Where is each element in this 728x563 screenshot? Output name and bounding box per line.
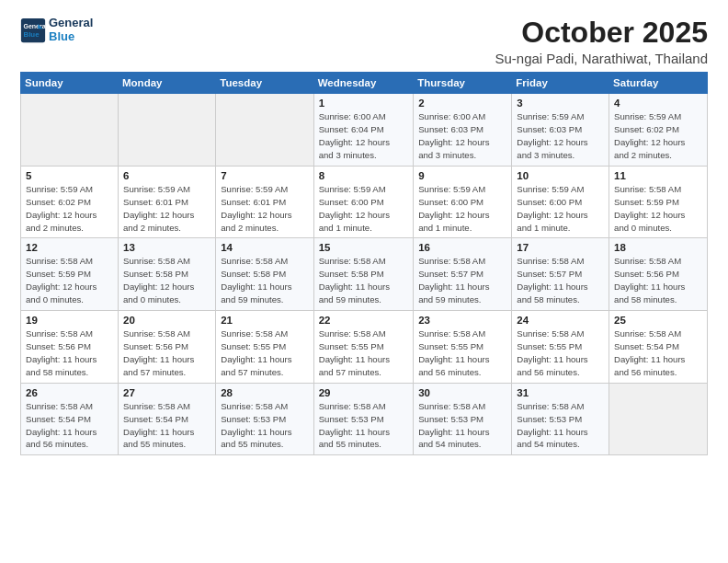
calendar-week-row: 5Sunrise: 5:59 AM Sunset: 6:02 PM Daylig…: [21, 166, 708, 238]
day-info: Sunrise: 5:58 AM Sunset: 5:55 PM Dayligh…: [221, 327, 308, 379]
header: General Blue General Blue October 2025 S…: [20, 17, 708, 66]
day-number: 23: [418, 315, 506, 326]
table-row: 4Sunrise: 5:59 AM Sunset: 6:02 PM Daylig…: [609, 94, 708, 167]
table-row: 7Sunrise: 5:59 AM Sunset: 6:01 PM Daylig…: [216, 166, 313, 238]
day-info: Sunrise: 5:59 AM Sunset: 6:02 PM Dayligh…: [26, 183, 113, 235]
day-number: 17: [517, 242, 604, 253]
table-row: 16Sunrise: 5:58 AM Sunset: 5:57 PM Dayli…: [414, 238, 512, 311]
table-row: 30Sunrise: 5:58 AM Sunset: 5:53 PM Dayli…: [414, 383, 512, 455]
day-number: 9: [418, 170, 506, 181]
day-info: Sunrise: 5:59 AM Sunset: 6:01 PM Dayligh…: [221, 183, 308, 235]
table-row: 15Sunrise: 5:58 AM Sunset: 5:58 PM Dayli…: [313, 238, 413, 311]
day-number: 3: [517, 98, 604, 109]
page-title: October 2025: [495, 17, 708, 49]
day-info: Sunrise: 5:58 AM Sunset: 5:53 PM Dayligh…: [319, 400, 408, 452]
day-number: 8: [319, 170, 408, 181]
table-row: 22Sunrise: 5:58 AM Sunset: 5:55 PM Dayli…: [313, 311, 413, 384]
table-row: 12Sunrise: 5:58 AM Sunset: 5:59 PM Dayli…: [21, 238, 119, 311]
calendar-week-row: 1Sunrise: 6:00 AM Sunset: 6:04 PM Daylig…: [21, 94, 708, 167]
day-number: 5: [26, 170, 113, 181]
day-info: Sunrise: 5:59 AM Sunset: 6:03 PM Dayligh…: [517, 110, 604, 162]
day-info: Sunrise: 5:58 AM Sunset: 5:58 PM Dayligh…: [123, 255, 210, 306]
day-number: 30: [418, 387, 506, 398]
day-info: Sunrise: 5:58 AM Sunset: 5:59 PM Dayligh…: [614, 183, 702, 235]
day-number: 31: [517, 387, 604, 398]
table-row: [119, 94, 216, 167]
table-row: 28Sunrise: 5:58 AM Sunset: 5:53 PM Dayli…: [216, 383, 313, 455]
day-number: 20: [123, 315, 210, 326]
table-row: 21Sunrise: 5:58 AM Sunset: 5:55 PM Dayli…: [216, 311, 313, 384]
header-friday: Friday: [512, 73, 609, 94]
table-row: 20Sunrise: 5:58 AM Sunset: 5:56 PM Dayli…: [119, 311, 216, 384]
day-info: Sunrise: 6:00 AM Sunset: 6:04 PM Dayligh…: [319, 110, 408, 162]
day-number: 11: [614, 170, 702, 181]
day-number: 2: [418, 98, 506, 109]
day-number: 19: [26, 315, 113, 326]
day-number: 13: [123, 242, 210, 253]
table-row: 13Sunrise: 5:58 AM Sunset: 5:58 PM Dayli…: [119, 238, 216, 311]
table-row: 5Sunrise: 5:59 AM Sunset: 6:02 PM Daylig…: [21, 166, 119, 238]
table-row: 26Sunrise: 5:58 AM Sunset: 5:54 PM Dayli…: [21, 383, 119, 455]
day-info: Sunrise: 5:58 AM Sunset: 5:58 PM Dayligh…: [221, 255, 308, 306]
logo-line1: General: [49, 17, 93, 30]
table-row: 14Sunrise: 5:58 AM Sunset: 5:58 PM Dayli…: [216, 238, 313, 311]
day-number: 25: [614, 315, 702, 326]
calendar-week-row: 12Sunrise: 5:58 AM Sunset: 5:59 PM Dayli…: [21, 238, 708, 311]
calendar-header-row: Sunday Monday Tuesday Wednesday Thursday…: [21, 73, 708, 94]
table-row: 8Sunrise: 5:59 AM Sunset: 6:00 PM Daylig…: [313, 166, 413, 238]
table-row: 31Sunrise: 5:58 AM Sunset: 5:53 PM Dayli…: [512, 383, 609, 455]
day-number: 22: [319, 315, 408, 326]
logo-icon: General Blue: [20, 17, 46, 43]
table-row: 27Sunrise: 5:58 AM Sunset: 5:54 PM Dayli…: [119, 383, 216, 455]
calendar-table: Sunday Monday Tuesday Wednesday Thursday…: [20, 72, 708, 455]
day-number: 29: [319, 387, 408, 398]
day-info: Sunrise: 5:59 AM Sunset: 6:00 PM Dayligh…: [517, 183, 604, 235]
day-info: Sunrise: 5:58 AM Sunset: 5:53 PM Dayligh…: [221, 400, 308, 452]
header-tuesday: Tuesday: [216, 73, 313, 94]
day-info: Sunrise: 5:58 AM Sunset: 5:56 PM Dayligh…: [123, 327, 210, 379]
table-row: 1Sunrise: 6:00 AM Sunset: 6:04 PM Daylig…: [313, 94, 413, 167]
day-info: Sunrise: 5:58 AM Sunset: 5:57 PM Dayligh…: [517, 255, 604, 306]
header-sunday: Sunday: [21, 73, 119, 94]
day-info: Sunrise: 5:58 AM Sunset: 5:54 PM Dayligh…: [26, 400, 113, 452]
table-row: [609, 383, 708, 455]
day-number: 1: [319, 98, 408, 109]
page: General Blue General Blue October 2025 S…: [0, 0, 728, 563]
day-info: Sunrise: 5:58 AM Sunset: 5:59 PM Dayligh…: [26, 255, 113, 306]
logo: General Blue General Blue: [20, 17, 93, 44]
table-row: 29Sunrise: 5:58 AM Sunset: 5:53 PM Dayli…: [313, 383, 413, 455]
day-info: Sunrise: 5:59 AM Sunset: 6:00 PM Dayligh…: [418, 183, 506, 235]
table-row: 10Sunrise: 5:59 AM Sunset: 6:00 PM Dayli…: [512, 166, 609, 238]
day-info: Sunrise: 5:58 AM Sunset: 5:56 PM Dayligh…: [614, 255, 702, 306]
svg-text:Blue: Blue: [24, 30, 40, 39]
day-number: 14: [221, 242, 308, 253]
table-row: 18Sunrise: 5:58 AM Sunset: 5:56 PM Dayli…: [609, 238, 708, 311]
table-row: 3Sunrise: 5:59 AM Sunset: 6:03 PM Daylig…: [512, 94, 609, 167]
day-number: 18: [614, 242, 702, 253]
header-wednesday: Wednesday: [313, 73, 413, 94]
table-row: [21, 94, 119, 167]
day-info: Sunrise: 5:58 AM Sunset: 5:56 PM Dayligh…: [26, 327, 113, 379]
header-saturday: Saturday: [609, 73, 708, 94]
day-number: 21: [221, 315, 308, 326]
day-info: Sunrise: 5:59 AM Sunset: 6:00 PM Dayligh…: [319, 183, 408, 235]
header-monday: Monday: [119, 73, 216, 94]
day-number: 27: [123, 387, 210, 398]
day-info: Sunrise: 5:58 AM Sunset: 5:53 PM Dayligh…: [418, 400, 506, 452]
table-row: [216, 94, 313, 167]
calendar-week-row: 19Sunrise: 5:58 AM Sunset: 5:56 PM Dayli…: [21, 311, 708, 384]
day-info: Sunrise: 5:58 AM Sunset: 5:55 PM Dayligh…: [319, 327, 408, 379]
day-number: 28: [221, 387, 308, 398]
day-number: 6: [123, 170, 210, 181]
table-row: 17Sunrise: 5:58 AM Sunset: 5:57 PM Dayli…: [512, 238, 609, 311]
table-row: 2Sunrise: 6:00 AM Sunset: 6:03 PM Daylig…: [414, 94, 512, 167]
table-row: 23Sunrise: 5:58 AM Sunset: 5:55 PM Dayli…: [414, 311, 512, 384]
table-row: 11Sunrise: 5:58 AM Sunset: 5:59 PM Dayli…: [609, 166, 708, 238]
page-subtitle: Su-ngai Padi, Narathiwat, Thailand: [495, 51, 708, 66]
day-number: 24: [517, 315, 604, 326]
header-thursday: Thursday: [414, 73, 512, 94]
table-row: 9Sunrise: 5:59 AM Sunset: 6:00 PM Daylig…: [414, 166, 512, 238]
day-number: 16: [418, 242, 506, 253]
day-info: Sunrise: 5:58 AM Sunset: 5:57 PM Dayligh…: [418, 255, 506, 306]
day-info: Sunrise: 5:59 AM Sunset: 6:01 PM Dayligh…: [123, 183, 210, 235]
